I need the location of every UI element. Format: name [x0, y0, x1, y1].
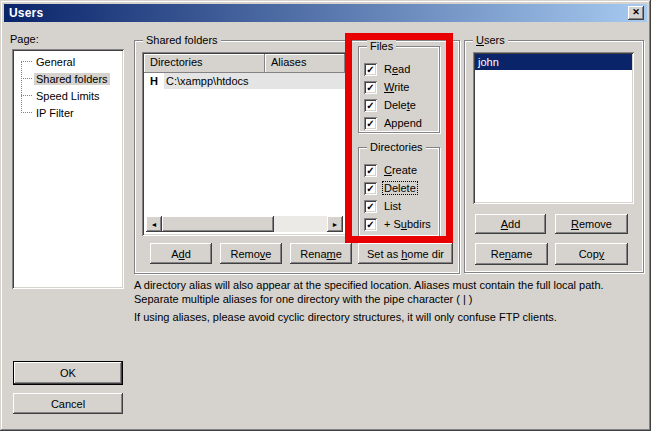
users-dialog: Users ✕ Page: General Shared folders Spe… [0, 0, 651, 431]
button-label-part: Cop [579, 248, 599, 260]
window-title: Users [9, 6, 43, 20]
button-label-part: ome dir [407, 248, 444, 260]
append-permission-row: ✓ Append [364, 116, 423, 130]
aliases-column-header[interactable]: Aliases [265, 54, 345, 73]
set-as-home-dir-button[interactable]: Set as home dir [358, 243, 453, 264]
files-group-title: Files [367, 40, 396, 53]
button-label-part: Re [491, 248, 505, 260]
check-icon: ✓ [366, 183, 374, 194]
close-icon: ✕ [632, 7, 640, 17]
read-label: Read [383, 63, 411, 75]
user-row-john[interactable]: john [475, 54, 632, 70]
home-directory-flag: H [144, 75, 164, 87]
read-checkbox[interactable]: ✓ [364, 63, 377, 76]
append-label: Append [383, 117, 423, 129]
scroll-right-button[interactable]: ► [327, 216, 343, 232]
check-icon: ✓ [366, 219, 374, 230]
subdirs-permission-row: ✓ + Subdirs [364, 217, 432, 231]
scrollbar-thumb[interactable] [162, 216, 274, 232]
check-icon: ✓ [366, 82, 374, 93]
directories-column-header[interactable]: Directories [144, 54, 265, 73]
button-label-part: emove [579, 218, 612, 230]
button-label-part: A [171, 248, 178, 260]
directories-group-title: Directories [367, 141, 426, 154]
button-label-part: dd [508, 218, 520, 230]
button-accel: y [599, 248, 605, 260]
tree-item-general[interactable]: General [12, 53, 124, 70]
horizontal-scrollbar[interactable]: ◄ ► [146, 216, 343, 232]
ok-button-label: OK [60, 367, 76, 379]
page-tree[interactable]: General Shared folders Speed Limits IP F… [12, 49, 124, 289]
write-label: Write [383, 81, 410, 93]
alias-help-text: A directory alias will also appear at th… [134, 279, 636, 330]
delete-file-permission-row: ✓ Delete [364, 98, 417, 112]
check-icon: ✓ [366, 64, 374, 75]
tree-item-label: IP Filter [34, 107, 76, 119]
delete-dir-label: Delete [383, 182, 417, 194]
cancel-button-label: Cancel [51, 398, 85, 410]
check-icon: ✓ [366, 201, 374, 212]
directory-path: C:\xampp\htdocs [164, 73, 345, 89]
shared-folders-group-title: Shared folders [143, 34, 221, 47]
subdirs-label: + Subdirs [383, 218, 432, 230]
button-label-part: Rena [300, 248, 326, 260]
subdirs-checkbox[interactable]: ✓ [364, 218, 377, 231]
button-label-part: e [265, 248, 271, 260]
delete-file-label: Delete [383, 99, 417, 111]
button-label-part: ame [511, 248, 532, 260]
list-checkbox[interactable]: ✓ [364, 200, 377, 213]
check-icon: ✓ [366, 118, 374, 129]
read-permission-row: ✓ Read [364, 62, 411, 76]
rename-user-button[interactable]: Rename [475, 243, 548, 265]
create-checkbox[interactable]: ✓ [364, 164, 377, 177]
tree-item-ip-filter[interactable]: IP Filter [12, 104, 124, 121]
button-label-part: e [336, 248, 342, 260]
button-label-part: d [185, 248, 191, 260]
button-label-part: Remo [231, 248, 260, 260]
add-folder-button[interactable]: Add [150, 243, 212, 264]
alias-help-paragraph-1: A directory alias will also appear at th… [134, 279, 636, 306]
list-permission-row: ✓ List [364, 199, 402, 213]
copy-user-button[interactable]: Copy [555, 243, 628, 265]
ok-button[interactable]: OK [13, 361, 123, 385]
check-icon: ✓ [366, 100, 374, 111]
title-bar[interactable]: Users [4, 4, 647, 22]
alias-help-paragraph-2: If using aliases, please avoid cyclic di… [134, 311, 636, 325]
tree-item-shared-folders[interactable]: Shared folders [12, 70, 124, 87]
arrow-right-icon: ► [332, 221, 339, 228]
button-accel: A [501, 218, 508, 230]
tree-item-label: Shared folders [34, 73, 110, 85]
close-button[interactable]: ✕ [628, 6, 644, 20]
add-user-button[interactable]: Add [475, 214, 546, 234]
page-label: Page: [10, 33, 39, 45]
check-icon: ✓ [366, 165, 374, 176]
list-label: List [383, 200, 402, 212]
button-accel: m [327, 248, 336, 260]
button-label-part: Set as [367, 248, 401, 260]
directory-row[interactable]: H C:\xampp\htdocs [144, 73, 345, 89]
create-label: Create [383, 164, 418, 176]
button-accel: R [571, 218, 579, 230]
rename-folder-button[interactable]: Rename [290, 243, 352, 264]
directories-list[interactable]: Directories Aliases H C:\xampp\htdocs ◄ … [142, 52, 347, 236]
delete-file-checkbox[interactable]: ✓ [364, 99, 377, 112]
create-permission-row: ✓ Create [364, 163, 418, 177]
users-list[interactable]: john [473, 52, 634, 204]
tree-item-label: General [34, 56, 77, 68]
remove-user-button[interactable]: Remove [555, 214, 628, 234]
write-permission-row: ✓ Write [364, 80, 410, 94]
write-checkbox[interactable]: ✓ [364, 81, 377, 94]
tree-item-label: Speed Limits [34, 90, 102, 102]
tree-item-speed-limits[interactable]: Speed Limits [12, 87, 124, 104]
cancel-button[interactable]: Cancel [13, 393, 123, 414]
scrollbar-track[interactable] [274, 216, 327, 232]
list-header: Directories Aliases [144, 54, 345, 73]
arrow-left-icon: ◄ [151, 221, 158, 228]
append-checkbox[interactable]: ✓ [364, 117, 377, 130]
delete-dir-checkbox[interactable]: ✓ [364, 182, 377, 195]
delete-dir-permission-row: ✓ Delete [364, 181, 417, 195]
scroll-left-button[interactable]: ◄ [146, 216, 162, 232]
remove-folder-button[interactable]: Remove [220, 243, 282, 264]
users-group-title: Users [473, 34, 508, 47]
